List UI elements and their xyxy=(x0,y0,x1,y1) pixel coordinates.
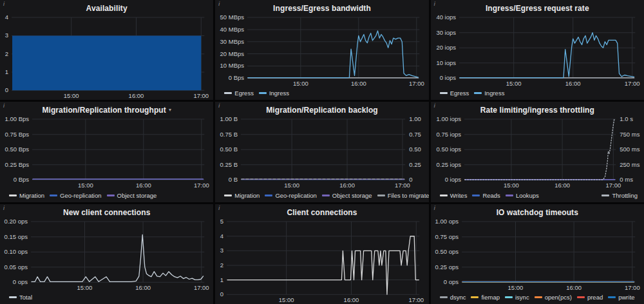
panel-header: Migration/Replication throughput▾ xyxy=(0,102,213,115)
panel-title-request-rate[interactable]: Ingress/Egress request rate xyxy=(486,4,589,13)
legend-left: dsyncfiemapisyncopen(pcs)preadpwrite xyxy=(440,294,635,301)
legend-item-pwrite[interactable]: pwrite xyxy=(608,294,634,301)
x-axis-tick-label: 17:00 xyxy=(409,296,424,303)
y-axis-tick-label: 10 iops xyxy=(436,59,456,66)
legend-item-object-storage[interactable]: Object storage xyxy=(107,192,157,199)
panel-title-client-connections[interactable]: Client connections xyxy=(287,208,357,217)
info-icon[interactable]: i xyxy=(218,205,220,211)
panel-title-bandwidth[interactable]: Ingress/Egress bandwidth xyxy=(273,4,371,13)
panel-header: Rate limiting/ingress throttling xyxy=(431,102,644,115)
legend-item-migration[interactable]: Migration xyxy=(224,192,260,199)
series-line-ingress xyxy=(248,31,419,78)
info-icon[interactable]: i xyxy=(218,102,220,109)
legend-item-geo-replication[interactable]: Geo-replication xyxy=(50,192,101,199)
legend-item-isync[interactable]: isync xyxy=(505,294,529,301)
legend-item-open-pcs[interactable]: open(pcs) xyxy=(535,294,572,301)
bandwidth-chart: 0 Bps10 MBps20 MBps30 MBps40 MBps50 MBps… xyxy=(215,13,428,88)
legend-item-geo-replication[interactable]: Geo-replication xyxy=(265,192,316,199)
legend-item-dsync[interactable]: dsync xyxy=(440,294,466,301)
legend-left: EgressIngress xyxy=(440,90,505,97)
panel-title-new-client-connections[interactable]: New client connections xyxy=(63,208,151,217)
legend-label: pwrite xyxy=(618,294,634,301)
migration-throughput-chart: 0 Bps0.25 Bps0.50 Bps0.75 Bps1.00 Bps15:… xyxy=(0,115,213,189)
legend-item-ingress[interactable]: Ingress xyxy=(259,90,289,97)
legend-label: Writes xyxy=(450,192,468,199)
legend: dsyncfiemapisyncopen(pcs)preadpwrite xyxy=(431,292,644,304)
legend-item-lookups[interactable]: Lookups xyxy=(506,192,539,199)
legend-label: pread xyxy=(587,294,603,301)
legend-item-egress[interactable]: Egress xyxy=(440,90,469,97)
panel-title-rate-limiting[interactable]: Rate limiting/ingress throttling xyxy=(480,106,594,115)
legend-color-dash xyxy=(440,92,448,94)
legend-label: dsync xyxy=(450,294,466,301)
legend-color-dash xyxy=(377,195,385,196)
panel-title-migration-backlog[interactable]: Migration/Replication backlog xyxy=(266,106,378,115)
y-axis-right-tick-label: 500 ms xyxy=(620,146,639,153)
legend-item-files-to-migrate[interactable]: Files to migrate xyxy=(377,192,429,199)
legend-color-dash xyxy=(9,296,17,298)
x-axis-tick-label: 15:00 xyxy=(279,296,294,303)
legend-item-object-storage[interactable]: Object storage xyxy=(322,192,372,199)
legend-item-throttling[interactable]: Throttling xyxy=(601,192,638,199)
x-axis-tick-label: 16:00 xyxy=(129,92,144,99)
panel-ingress-egress-bandwidth: i Ingress/Egress bandwidth 0 Bps10 MBps2… xyxy=(215,0,428,100)
panel-header: IO watchdog timeouts xyxy=(431,204,644,217)
legend-color-dash xyxy=(440,195,448,196)
x-axis-tick-label: 16:00 xyxy=(135,284,151,291)
chevron-down-icon[interactable]: ▾ xyxy=(169,107,171,113)
x-axis-tick-label: 15:00 xyxy=(64,92,79,99)
y-axis-tick-label: 40 iops xyxy=(436,14,456,21)
legend-label: Object storage xyxy=(332,192,372,199)
legend-item-fiemap[interactable]: fiemap xyxy=(471,294,500,301)
y-axis-right-tick-label: 1.00 xyxy=(410,115,422,122)
y-axis-right-tick-label: 0.75 xyxy=(410,131,422,138)
x-axis-tick-label: 16:00 xyxy=(565,80,580,87)
y-axis-tick-label: 3 xyxy=(5,32,8,39)
y-axis-tick-label: 0.05 ops xyxy=(5,263,28,270)
info-icon[interactable]: i xyxy=(3,102,5,109)
legend-color-dash xyxy=(224,195,232,196)
legend-label: Egress xyxy=(234,90,254,97)
series-line-ingress xyxy=(460,33,634,78)
legend-item-writes[interactable]: Writes xyxy=(440,192,468,199)
x-axis-tick-label: 17:00 xyxy=(194,182,209,189)
y-axis-tick-label: 0 ops xyxy=(13,278,28,285)
x-axis-tick-label: 16:00 xyxy=(566,284,582,291)
y-axis-tick-label: 0.25 iops xyxy=(436,161,461,168)
x-axis-tick-label: 15:00 xyxy=(293,80,308,87)
info-icon[interactable]: i xyxy=(434,205,435,211)
legend-color-dash xyxy=(506,195,513,196)
y-axis-tick-label: 2 xyxy=(220,261,223,269)
panel-title-io-watchdog[interactable]: IO watchdog timeouts xyxy=(497,208,578,217)
legend-label: Reads xyxy=(482,192,500,199)
request-rate-chart: 0 iops10 iops20 iops30 iops40 iops15:001… xyxy=(431,13,644,88)
legend-color-dash xyxy=(601,195,609,196)
legend-item-ingress[interactable]: Ingress xyxy=(474,90,504,97)
x-axis-tick-label: 15:00 xyxy=(504,182,519,189)
legend-item-reads[interactable]: Reads xyxy=(472,192,500,199)
panel-title-availability[interactable]: Availability xyxy=(86,4,128,13)
y-axis-tick-label: 0.50 Bps xyxy=(5,146,30,153)
legend-item-migration[interactable]: Migration xyxy=(9,192,44,199)
legend-label: Geo-replication xyxy=(275,192,316,199)
legend-color-dash xyxy=(474,92,482,94)
y-axis-tick-label: 3 xyxy=(220,247,223,254)
info-icon[interactable]: i xyxy=(218,1,220,7)
legend-item-pread[interactable]: pread xyxy=(577,294,603,301)
y-axis-tick-label: 1.00 ops xyxy=(435,218,459,225)
panel-header: Ingress/Egress request rate xyxy=(431,0,644,13)
info-icon[interactable]: i xyxy=(434,1,435,7)
info-icon[interactable]: i xyxy=(3,1,5,7)
info-icon[interactable]: i xyxy=(3,205,5,211)
panel-title-migration-throughput[interactable]: Migration/Replication throughput xyxy=(42,106,166,115)
legend-label: open(pcs) xyxy=(545,294,572,301)
panel-header: Migration/Replication backlog xyxy=(215,102,428,115)
x-axis-tick-label: 17:00 xyxy=(605,182,621,189)
legend-item-egress[interactable]: Egress xyxy=(224,90,254,97)
panel-header: Availability xyxy=(0,0,213,13)
y-axis-tick-label: 30 iops xyxy=(436,29,456,36)
legend-item-total[interactable]: Total xyxy=(9,294,32,301)
info-icon[interactable]: i xyxy=(434,102,435,109)
panel-header: New client connections xyxy=(0,204,213,217)
y-axis-tick-label: 0 xyxy=(220,290,223,298)
